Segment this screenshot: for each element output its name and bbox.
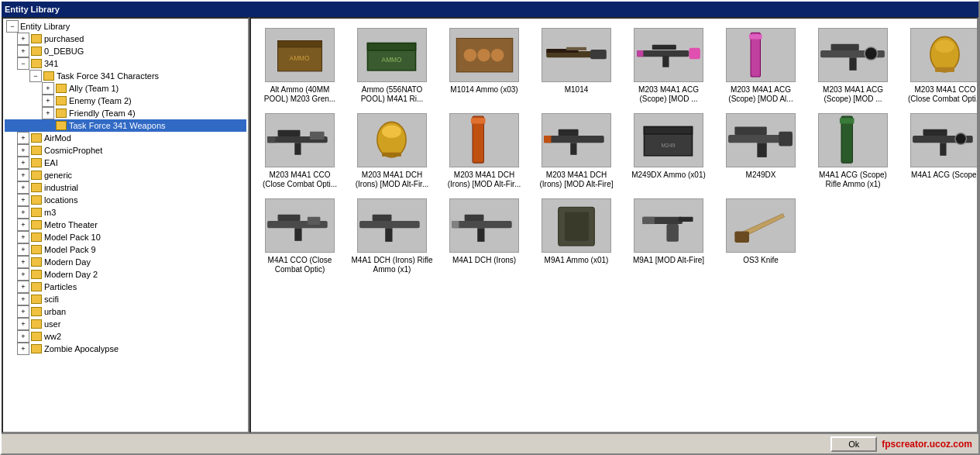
tree-toggle-ally[interactable]: + — [42, 82, 54, 95]
tree-toggle-industrial[interactable]: + — [17, 181, 29, 194]
tree-toggle-341[interactable]: − — [17, 57, 29, 70]
svg-point-36 — [382, 126, 401, 139]
grid-item-item23[interactable]: M9A1 [MOD Alt-Fire] — [626, 195, 711, 277]
tree-item-tf341weapons[interactable]: Task Force 341 Weapons — [5, 119, 246, 132]
tree-toggle-AirMod[interactable]: + — [17, 132, 29, 144]
grid-item-item7[interactable]: M203 M4A1 ACG (Scope) [MOD ... — [810, 25, 896, 107]
folder-icon-ModelPack10 — [31, 233, 42, 242]
tree-item-m3[interactable]: +m3 — [5, 206, 246, 219]
grid-item-item3[interactable]: M1014 Ammo (x03) — [442, 25, 527, 107]
svg-rect-14 — [637, 50, 689, 57]
tree-toggle-MetroTheater[interactable]: + — [17, 219, 29, 231]
tree-toggle-locations[interactable]: + — [17, 194, 29, 206]
tree-item-enemy[interactable]: +Enemy (Team 2) — [5, 95, 246, 107]
tree-item-ModelPack9[interactable]: +Model Pack 9 — [5, 243, 246, 256]
tree-toggle-purchased[interactable]: + — [17, 33, 29, 45]
tree-item-industrial[interactable]: +industrial — [5, 181, 246, 194]
entity-tree-panel[interactable]: − Entity Library +purchased+0_DEBUG−341−… — [2, 17, 249, 433]
tree-item-scifi[interactable]: +scifi — [5, 293, 246, 305]
tree-item-ModernDay[interactable]: +Modern Day — [5, 256, 246, 268]
tree-item-AirMod[interactable]: +AirMod — [5, 132, 246, 144]
item-label-item7: M203 M4A1 ACG (Scope) [MOD ... — [812, 85, 894, 104]
tree-toggle-ModelPack9[interactable]: + — [17, 243, 29, 256]
item-label-item12: M203 M4A1 DCH (Irons) [MOD Alt-Fir... — [443, 171, 525, 189]
grid-item-item21[interactable]: M4A1 DCH (Irons) — [442, 195, 527, 277]
tree-item-341[interactable]: −341 — [5, 57, 246, 70]
tree-toggle-urban[interactable]: + — [17, 305, 29, 318]
tree-toggle-ww2[interactable]: + — [17, 330, 29, 343]
grid-item-item15[interactable]: M249DX — [718, 110, 803, 192]
grid-item-item19[interactable]: M4A1 CCO (Close Combat Optic) — [257, 195, 342, 277]
tree-item-locations[interactable]: +locations — [5, 194, 246, 206]
tree-item-0_DEBUG[interactable]: +0_DEBUG — [5, 45, 246, 57]
tree-item-urban[interactable]: +urban — [5, 305, 246, 318]
tree-item-ModernDay2[interactable]: +Modern Day 2 — [5, 268, 246, 281]
tree-item-Particles[interactable]: +Particles — [5, 281, 246, 293]
tree-label-generic: generic — [44, 171, 72, 180]
grid-item-item8[interactable]: M203 M4A1 CCO (Close Combat Opti... — [903, 25, 978, 107]
tree-item-generic[interactable]: +generic — [5, 169, 246, 181]
tree-toggle-m3[interactable]: + — [17, 206, 29, 219]
svg-rect-74 — [642, 217, 655, 224]
tree-toggle-Particles[interactable]: + — [17, 281, 29, 293]
tree-label-m3: m3 — [44, 208, 56, 217]
tree-toggle-ModelPack10[interactable]: + — [17, 231, 29, 243]
tree-item-MetroTheater[interactable]: +Metro Theater — [5, 219, 246, 231]
tree-toggle-ModernDay[interactable]: + — [17, 256, 29, 268]
tree-item-EAI[interactable]: +EAI — [5, 157, 246, 169]
tree-toggle-ZombieApocalypse[interactable]: + — [17, 343, 29, 355]
tree-toggle-friendly[interactable]: + — [42, 107, 54, 119]
tree-item-ally[interactable]: +Ally (Team 1) — [5, 82, 246, 95]
tree-toggle-user[interactable]: + — [17, 318, 29, 330]
tree-toggle-ModernDay2[interactable]: + — [17, 268, 29, 281]
grid-item-item10[interactable]: M203 M4A1 CCO (Close Combat Opti... — [257, 110, 342, 192]
tree-item-ModelPack10[interactable]: +Model Pack 10 — [5, 231, 246, 243]
items-grid-panel[interactable]: AMMO Alt Ammo (40MM POOL) M203 Gren... A… — [249, 17, 978, 433]
folder-icon-0_DEBUG — [31, 47, 42, 56]
ok-button[interactable]: Ok — [830, 436, 877, 452]
tree-item-user[interactable]: +user — [5, 318, 246, 330]
tree-toggle-tf341chars[interactable]: − — [29, 70, 42, 82]
svg-rect-65 — [385, 229, 392, 243]
grid-item-item17[interactable]: M4A1 ACG (Scope) — [903, 110, 978, 192]
grid-item-item5[interactable]: M203 M4A1 ACG (Scope) [MOD ... — [626, 25, 711, 107]
svg-rect-20 — [749, 35, 762, 40]
root-toggle[interactable]: − — [6, 20, 19, 33]
tree-item-ZombieApocalypse[interactable]: +Zombie Apocalypse — [5, 343, 246, 355]
grid-item-item1[interactable]: AMMO Alt Ammo (40MM POOL) M203 Gren... — [257, 25, 342, 107]
grid-item-item20[interactable]: M4A1 DCH (Irons) Rifle Ammo (x1) — [349, 195, 435, 277]
tree-toggle-EAI[interactable]: + — [17, 157, 29, 169]
svg-text:M249: M249 — [661, 143, 675, 150]
grid-item-item12[interactable]: M203 M4A1 DCH (Irons) [MOD Alt-Fir... — [442, 110, 527, 192]
grid-item-item6[interactable]: M203 M4A1 ACG (Scope) [MOD Al... — [718, 25, 803, 107]
grid-item-item2[interactable]: AMMO Ammo (556NATO POOL) M4A1 Ri... — [349, 25, 435, 107]
item-image-item13 — [542, 113, 611, 167]
grid-item-item16[interactable]: M4A1 ACG (Scope) Rifle Ammo (x1) — [810, 110, 896, 192]
svg-point-9 — [491, 49, 504, 62]
tree-item-tf341chars[interactable]: −Task Force 341 Characters — [5, 70, 246, 82]
tree-root[interactable]: − Entity Library — [5, 20, 246, 33]
svg-rect-48 — [734, 127, 766, 135]
tree-item-friendly[interactable]: +Friendly (Team 4) — [5, 107, 246, 119]
svg-point-24 — [865, 47, 878, 60]
tree-toggle-generic[interactable]: + — [17, 169, 29, 181]
svg-rect-45 — [644, 127, 692, 134]
grid-item-item4[interactable]: M1014 — [534, 25, 619, 107]
grid-item-item13[interactable]: M203 M4A1 DCH (Irons) [MOD Alt-Fire] — [534, 110, 619, 192]
item-image-item10 — [265, 113, 335, 167]
item-image-item7 — [818, 28, 888, 82]
grid-item-item14[interactable]: M249 M249DX Ammo (x01) — [626, 110, 711, 192]
grid-item-item22[interactable]: M9A1 Ammo (x01) — [534, 195, 619, 277]
svg-rect-4 — [367, 43, 415, 50]
tree-item-purchased[interactable]: +purchased — [5, 33, 246, 45]
tree-item-CosmicProphet[interactable]: +CosmicProphet — [5, 144, 246, 157]
tree-toggle-enemy[interactable]: + — [42, 95, 54, 107]
grid-item-item24[interactable]: OS3 Knife — [718, 195, 803, 277]
tree-toggle-CosmicProphet[interactable]: + — [17, 144, 29, 157]
item-label-item15: M249DX — [746, 171, 776, 180]
tree-item-ww2[interactable]: +ww2 — [5, 330, 246, 343]
svg-rect-66 — [452, 221, 512, 228]
grid-item-item11[interactable]: M203 M4A1 DCH (Irons) [MOD Alt-Fir... — [349, 110, 435, 192]
tree-toggle-0_DEBUG[interactable]: + — [17, 45, 29, 57]
tree-toggle-scifi[interactable]: + — [17, 293, 29, 305]
